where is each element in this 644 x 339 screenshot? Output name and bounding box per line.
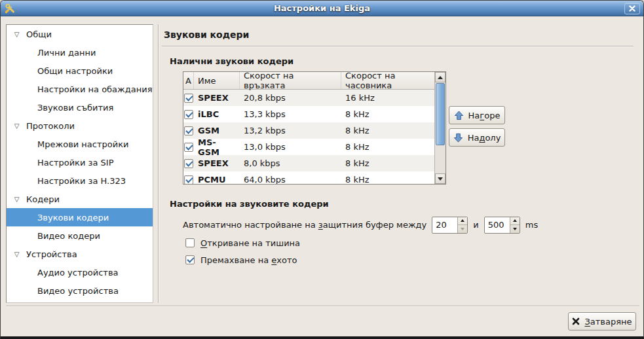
sidebar-group-protocols[interactable]: ▽ Протоколи bbox=[7, 116, 153, 135]
sidebar-group-general[interactable]: ▽ Общи bbox=[7, 25, 153, 43]
jitter-min-value: 20 bbox=[436, 220, 447, 230]
sidebar-item-label: Настройки за SIP bbox=[37, 158, 114, 168]
codec-enabled-checkbox[interactable] bbox=[184, 94, 193, 103]
titlebar[interactable]: Настройки на Ekiga bbox=[1, 1, 643, 16]
expander-icon[interactable]: ▽ bbox=[12, 31, 21, 38]
codec-clock: 8 kHz bbox=[341, 126, 434, 135]
sidebar-item-label: Настройки на обажданията bbox=[37, 84, 153, 94]
sidebar-item-label: Мрежови настройки bbox=[37, 139, 129, 149]
sidebar-item-call-options[interactable]: Настройки на обажданията bbox=[7, 80, 153, 98]
window-close-button[interactable] bbox=[624, 3, 640, 14]
codec-enabled-checkbox[interactable] bbox=[184, 159, 193, 168]
triangle-up-icon bbox=[438, 76, 443, 79]
sidebar-item-label: Видео устройства bbox=[37, 286, 119, 296]
triangle-down-icon bbox=[438, 177, 443, 181]
spinner-buttons[interactable] bbox=[510, 217, 520, 233]
codec-enabled-checkbox[interactable] bbox=[184, 175, 193, 185]
jitter-max-spinbox[interactable]: 500 bbox=[484, 217, 520, 234]
codec-row[interactable]: PCMU 64,0 kbps 8 kHz bbox=[183, 171, 434, 185]
codec-clock: 8 kHz bbox=[341, 142, 434, 152]
codec-enabled-checkbox[interactable] bbox=[184, 143, 193, 152]
sidebar-group-devices[interactable]: ▽ Устройства bbox=[7, 245, 153, 263]
codec-enabled-checkbox[interactable] bbox=[184, 110, 193, 119]
expander-icon[interactable]: ▽ bbox=[12, 196, 21, 203]
sidebar-item-sip-settings[interactable]: Настройки за SIP bbox=[7, 153, 153, 171]
sidebar-item-audio-devices[interactable]: Аудио устройства bbox=[7, 263, 153, 281]
move-up-label: Нагоре bbox=[468, 111, 501, 120]
codec-bitrate: 64,0 kbps bbox=[240, 175, 341, 185]
sidebar-item-network-settings[interactable]: Мрежови настройки bbox=[7, 135, 153, 153]
sidebar-item-label: Звукови събития bbox=[37, 103, 113, 113]
triangle-down-icon bbox=[461, 228, 464, 230]
sidebar-item-personal-data[interactable]: Лични данни bbox=[7, 43, 153, 62]
codec-table: А Име Скорост на връзката Скорост на час… bbox=[183, 71, 446, 185]
jitter-unit-label: ms bbox=[525, 220, 538, 230]
codec-name: GSM bbox=[194, 126, 240, 135]
sidebar-item-label: Настройки за H.323 bbox=[37, 176, 126, 186]
sidebar-group-codecs[interactable]: ▽ Кодери bbox=[7, 190, 153, 208]
heading-separator bbox=[162, 46, 634, 47]
column-header-name[interactable]: Име bbox=[194, 72, 240, 89]
expander-icon[interactable]: ▽ bbox=[12, 122, 21, 130]
scrollbar[interactable] bbox=[434, 72, 445, 184]
window-title: Настройки на Ekiga bbox=[1, 3, 643, 13]
table-header: А Име Скорост на връзката Скорост на час… bbox=[183, 72, 434, 90]
spin-up-button[interactable] bbox=[458, 217, 467, 225]
sidebar-group-label: Устройства bbox=[26, 249, 77, 259]
sidebar-item-sound-events[interactable]: Звукови събития bbox=[7, 98, 153, 116]
triangle-down-icon bbox=[513, 228, 517, 230]
codec-row[interactable]: GSM 13,2 kbps 8 kHz bbox=[183, 122, 434, 139]
expander-icon[interactable]: ▽ bbox=[12, 251, 21, 258]
jitter-min-spinbox[interactable]: 20 bbox=[432, 217, 468, 234]
echo-cancellation-label: Премахване на ехото bbox=[200, 255, 297, 265]
jitter-buffer-label: Автоматично настройване на защитния буфе… bbox=[183, 220, 426, 230]
codec-bitrate: 13,0 kbps bbox=[240, 142, 341, 152]
scrollbar-thumb[interactable] bbox=[436, 83, 445, 145]
sidebar-item-h323-settings[interactable]: Настройки за H.323 bbox=[7, 171, 153, 190]
move-down-button[interactable]: Надолу bbox=[449, 128, 505, 147]
column-header-clock[interactable]: Скорост на часовника bbox=[341, 72, 434, 89]
sidebar-group-label: Общи bbox=[26, 29, 52, 39]
jitter-buffer-row: Автоматично настройване на защитния буфе… bbox=[183, 216, 538, 234]
close-button[interactable]: Затваряне bbox=[568, 312, 636, 330]
echo-cancellation-option[interactable]: Премахване на ехото bbox=[185, 255, 297, 265]
sidebar-tree: ▽ Общи Лични данни Общи настройки Настро… bbox=[6, 24, 153, 303]
spin-down-button[interactable] bbox=[510, 224, 520, 233]
close-icon bbox=[572, 317, 580, 325]
section-title-available-codecs: Налични звукови кодери bbox=[170, 56, 294, 66]
close-button-label: Затваряне bbox=[584, 317, 632, 327]
silence-detection-label: Откриване на тишина bbox=[200, 238, 300, 248]
sidebar-item-audio-codecs[interactable]: Звукови кодери bbox=[7, 208, 153, 226]
spin-up-button[interactable] bbox=[510, 217, 520, 225]
arrow-up-icon bbox=[454, 111, 464, 120]
silence-detection-checkbox[interactable] bbox=[185, 238, 195, 247]
arrow-down-icon bbox=[453, 133, 463, 143]
codec-row[interactable]: SPEEX 20,8 kbps 16 kHz bbox=[183, 90, 434, 106]
page-title: Звукови кодери bbox=[164, 29, 249, 40]
scroll-down-button[interactable] bbox=[435, 173, 445, 184]
spinner-buttons[interactable] bbox=[457, 217, 467, 233]
sidebar-group-label: Протоколи bbox=[26, 121, 75, 131]
codec-name: SPEEX bbox=[194, 158, 240, 168]
codec-enabled-checkbox[interactable] bbox=[184, 126, 193, 135]
sidebar-item-label: Общи настройки bbox=[37, 66, 113, 76]
preferences-window: Настройки на Ekiga ▽ Общи Лични данни Об… bbox=[0, 0, 644, 339]
sidebar-item-general-settings[interactable]: Общи настройки bbox=[7, 62, 153, 80]
sidebar-item-label: Аудио устройства bbox=[37, 268, 119, 277]
codec-name: PCMU bbox=[194, 175, 240, 185]
silence-detection-option[interactable]: Откриване на тишина bbox=[185, 238, 300, 248]
column-header-active[interactable]: А bbox=[183, 72, 194, 89]
codec-row[interactable]: iLBC 13,3 kbps 8 kHz bbox=[183, 106, 434, 122]
codec-clock: 16 kHz bbox=[341, 93, 434, 103]
column-header-bitrate[interactable]: Скорост на връзката bbox=[240, 72, 341, 89]
sidebar-item-label: Звукови кодери bbox=[37, 213, 109, 223]
sidebar-item-video-devices[interactable]: Видео устройства bbox=[7, 281, 153, 300]
move-up-button[interactable]: Нагоре bbox=[449, 106, 505, 124]
codec-row[interactable]: SPEEX 8,0 kbps 8 kHz bbox=[183, 155, 434, 171]
sidebar-item-video-codecs[interactable]: Видео кодери bbox=[7, 226, 153, 245]
spin-down-button[interactable] bbox=[458, 224, 467, 233]
codec-row[interactable]: MS-GSM 13,0 kbps 8 kHz bbox=[183, 139, 434, 155]
scroll-up-button[interactable] bbox=[435, 72, 445, 82]
panel-separator bbox=[158, 24, 159, 303]
echo-cancellation-checkbox[interactable] bbox=[185, 255, 195, 264]
